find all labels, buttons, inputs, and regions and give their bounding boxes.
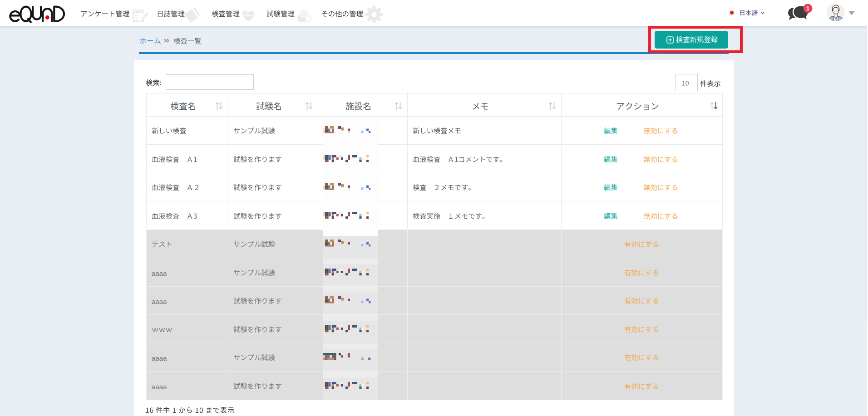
svg-text:1: 1 — [806, 5, 810, 12]
